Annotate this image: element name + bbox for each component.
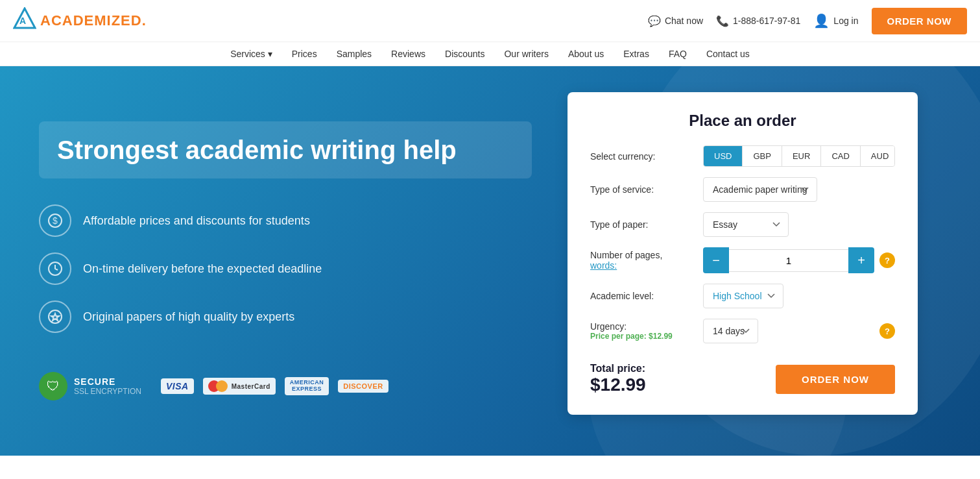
increase-pages-button[interactable]: + (848, 247, 874, 273)
feature-text-quality: Original papers of high quality by exper… (83, 310, 294, 324)
pages-row: Number of pages, words: − 1 + ? (590, 247, 895, 273)
logo-text: ACADEMIZED. (40, 12, 147, 29)
shield-icon: 🛡 (39, 372, 67, 400)
order-form: Place an order Select currency: USD GBP … (568, 92, 918, 415)
navigation: Services ▾ Prices Samples Reviews Discou… (0, 42, 980, 66)
order-form-title: Place an order (590, 112, 895, 130)
paper-select[interactable]: Essay Research Paper Term Paper (703, 212, 789, 237)
currency-gbp[interactable]: GBP (743, 146, 782, 166)
clock-icon (39, 252, 71, 285)
decrease-pages-button[interactable]: − (703, 247, 729, 273)
paper-select-wrapper: Essay Research Paper Term Paper (703, 212, 895, 237)
feature-text-delivery: On-time delivery before the expected dea… (83, 262, 322, 276)
hero-right: Place an order Select currency: USD GBP … (558, 66, 927, 456)
user-icon: 👤 (813, 13, 830, 29)
hero-section: Strongest academic writing help $ Afford… (0, 66, 980, 456)
mastercard-logo: MasterCard (203, 378, 276, 395)
phone-icon: 📞 (716, 15, 729, 27)
currency-group: USD GBP EUR CAD AUD (703, 145, 895, 167)
paper-label: Type of paper: (590, 219, 694, 230)
nav-extras[interactable]: Extras (623, 49, 649, 59)
secure-badge: 🛡 SECURE SSL ENCRYPTION (39, 372, 141, 400)
hero-left: Strongest academic writing help $ Afford… (0, 66, 558, 456)
price-per-page: Price per page: $12.99 (590, 332, 694, 341)
nav-our-writers[interactable]: Our writers (504, 49, 548, 59)
service-select-wrapper: Academic paper writing Editing Proofread… (703, 177, 895, 202)
nav-services[interactable]: Services ▾ (230, 49, 272, 59)
pages-value: 1 (729, 249, 848, 272)
feature-item-delivery: On-time delivery before the expected dea… (39, 252, 532, 285)
urgency-select-wrapper: 14 days 10 days 7 days 5 days 3 days 48 … (703, 319, 869, 343)
academic-level-select[interactable]: High School Undergraduate Master's PhD (703, 284, 783, 308)
hero-title: Strongest academic writing help (57, 134, 514, 166)
nav-faq[interactable]: FAQ (669, 49, 687, 59)
urgency-select[interactable]: 14 days 10 days 7 days 5 days 3 days 48 … (703, 319, 758, 343)
nav-prices[interactable]: Prices (292, 49, 317, 59)
currency-row: Select currency: USD GBP EUR CAD AUD (590, 145, 895, 167)
urgency-label-block: Urgency: Price per page: $12.99 (590, 321, 694, 341)
nav-about-us[interactable]: About us (568, 49, 604, 59)
pages-counter: − 1 + ? (703, 247, 895, 273)
total-price: $12.99 (590, 375, 646, 395)
academic-level-select-wrapper: High School Undergraduate Master's PhD (703, 284, 895, 308)
words-link[interactable]: words: (590, 260, 617, 271)
currency-aud[interactable]: AUD (861, 146, 895, 166)
secure-title: SECURE (74, 376, 141, 387)
order-now-form-button[interactable]: ORDER NOW (776, 365, 895, 394)
currency-cad[interactable]: CAD (821, 146, 860, 166)
amex-logo: AMERICANEXPRESS (285, 377, 329, 395)
total-row: Total price: $12.99 ORDER NOW (590, 356, 895, 395)
secure-section: 🛡 SECURE SSL ENCRYPTION VISA MasterCard … (39, 372, 532, 400)
header: A ACADEMIZED. 💬 Chat now 📞 1-888-617-97-… (0, 0, 980, 42)
visa-logo: VISA (161, 378, 194, 394)
secure-subtitle: SSL ENCRYPTION (74, 387, 141, 396)
currency-usd[interactable]: USD (704, 146, 743, 166)
discover-logo: DISCOVER (338, 380, 388, 393)
svg-marker-6 (51, 313, 59, 321)
nav-reviews[interactable]: Reviews (391, 49, 425, 59)
nav-contact-us[interactable]: Contact us (706, 49, 750, 59)
urgency-help-icon[interactable]: ? (879, 323, 895, 339)
secure-text: SECURE SSL ENCRYPTION (74, 376, 141, 396)
svg-text:A: A (19, 16, 26, 26)
total-label: Total price: (590, 363, 646, 375)
features-list: $ Affordable prices and discounts for st… (39, 204, 532, 333)
urgency-select-wrap: 14 days 10 days 7 days 5 days 3 days 48 … (703, 319, 895, 343)
phone-link[interactable]: 📞 1-888-617-97-81 (716, 15, 800, 27)
chat-label: Chat now (665, 16, 703, 26)
svg-text:$: $ (53, 215, 58, 226)
total-block: Total price: $12.99 (590, 363, 646, 395)
nav-discounts[interactable]: Discounts (445, 49, 484, 59)
academic-level-label: Academic level: (590, 291, 694, 301)
star-icon (39, 301, 71, 333)
feature-text-pricing: Affordable prices and discounts for stud… (83, 214, 310, 228)
payment-logos: VISA MasterCard AMERICANEXPRESS DISCOVER (161, 377, 388, 395)
phone-number: 1-888-617-97-81 (733, 16, 800, 26)
dollar-icon: $ (39, 204, 71, 237)
logo-icon: A (13, 7, 36, 35)
pages-label: Number of pages, words: (590, 250, 694, 271)
service-label: Type of service: (590, 184, 694, 195)
nav-samples[interactable]: Samples (337, 49, 372, 59)
order-now-header-button[interactable]: ORDER NOW (872, 8, 968, 34)
chat-now-link[interactable]: 💬 Chat now (648, 15, 703, 27)
service-row: Type of service: Academic paper writing … (590, 177, 895, 202)
urgency-row: Urgency: Price per page: $12.99 14 days … (590, 319, 895, 343)
login-label: Log in (833, 16, 858, 26)
currency-eur[interactable]: EUR (782, 146, 821, 166)
pages-help-icon[interactable]: ? (879, 252, 895, 268)
service-select[interactable]: Academic paper writing Editing Proofread… (703, 177, 817, 202)
logo[interactable]: A ACADEMIZED. (13, 7, 147, 35)
academic-level-row: Academic level: High School Undergraduat… (590, 284, 895, 308)
header-actions: 💬 Chat now 📞 1-888-617-97-81 👤 Log in OR… (648, 8, 967, 34)
login-link[interactable]: 👤 Log in (813, 13, 858, 29)
currency-label: Select currency: (590, 151, 694, 162)
feature-item-pricing: $ Affordable prices and discounts for st… (39, 204, 532, 237)
urgency-label: Urgency: (590, 321, 694, 332)
feature-item-quality: Original papers of high quality by exper… (39, 301, 532, 333)
hero-title-box: Strongest academic writing help (39, 121, 532, 178)
chat-icon: 💬 (648, 15, 661, 27)
paper-row: Type of paper: Essay Research Paper Term… (590, 212, 895, 237)
